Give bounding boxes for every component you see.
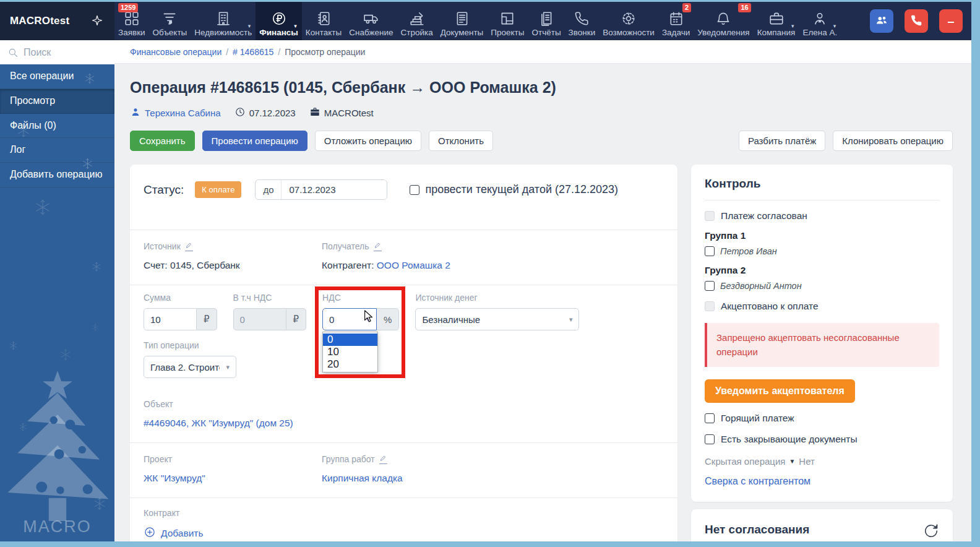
topnav-item-documents[interactable]: Документы [437, 2, 488, 40]
topnav-item-requests[interactable]: 1259Заявки [114, 2, 149, 40]
amount-input[interactable] [144, 308, 197, 330]
edit-pencil-icon[interactable] [185, 242, 193, 251]
edit-pencil-icon[interactable] [374, 242, 382, 251]
actions-row: Сохранить Провести операцию Отложить опе… [130, 131, 953, 151]
add-contract-button[interactable]: Добавить [144, 526, 664, 541]
topnav-item-construction[interactable]: Стройка [397, 2, 437, 40]
topnav-label: Недвижимость [194, 28, 252, 37]
vat-option-10[interactable]: 10 [323, 346, 377, 358]
clone-operation-button[interactable]: Клонировать операцию [833, 131, 953, 151]
operation-date: 07.12.2023 [249, 108, 296, 118]
hidden-operation-row: Скрытая операция ▼ Нет [705, 456, 939, 467]
notify-acceptor-button[interactable]: Уведомить акцептователя [705, 379, 855, 403]
topnav-label: Снабжение [349, 28, 393, 37]
chevron-down-icon: ▾ [226, 363, 230, 371]
project-label: Проект [144, 454, 322, 464]
vat-option-20[interactable]: 20 [323, 358, 377, 371]
breadcrumb-link-operation-id[interactable]: # 1468615 [233, 47, 273, 57]
receiver-prefix: Контрагент: [322, 260, 374, 270]
accepted-row[interactable]: Акцептовано к оплате [705, 301, 939, 312]
topnav-item-notifications[interactable]: 16Уведомления [694, 2, 753, 40]
reconciliation-link[interactable]: Сверка с контрагентом [705, 476, 810, 487]
sidebar-search [0, 40, 114, 64]
operation-type-value: Глава 2. Строите [150, 362, 220, 373]
due-date-prefix: до [256, 180, 282, 199]
topnav-item-company[interactable]: ▾Компания [754, 2, 799, 40]
vat-select[interactable]: 0 ▾ [322, 308, 377, 330]
chevron-down-icon: ▾ [294, 23, 297, 29]
snowflake-icon [59, 348, 72, 361]
topnav-item-contacts[interactable]: Контакты [302, 2, 345, 40]
snowflake-icon [92, 262, 101, 272]
chevron-down-icon: ▾ [248, 23, 251, 29]
project-link[interactable]: ЖК "Изумруд" [144, 473, 205, 483]
vat-label: НДС [322, 293, 399, 303]
refresh-icon[interactable] [923, 523, 939, 539]
money-source-label: Источник денег [415, 293, 579, 303]
hot-payment-row[interactable]: Горящий платеж [705, 413, 939, 424]
topnav-item-realty[interactable]: ▾Недвижимость [191, 2, 256, 40]
sidebar-header: MACROtest [0, 2, 114, 40]
sidebar-item-files[interactable]: Файлы (0) [0, 114, 114, 139]
object-link[interactable]: #4469046, ЖК "Изумруд" (дом 25) [144, 418, 293, 428]
decline-button[interactable]: Отклонить [429, 131, 493, 151]
topnav-item-calls[interactable]: Звонки [565, 2, 600, 40]
topnav-item-objects[interactable]: Объекты [149, 2, 191, 40]
payment-agreed-checkbox[interactable] [705, 211, 715, 221]
postpone-operation-button[interactable]: Отложить операцию [315, 131, 421, 151]
sidebar-item-all-operations[interactable]: Все операции [0, 64, 114, 89]
operation-card: Статус: К оплате до провести текущей дат… [130, 165, 677, 541]
group2-member-row[interactable]: Бездворный Антон [705, 281, 939, 291]
breadcrumb-separator: / [226, 47, 228, 57]
control-panel: Контроль Платеж согласован Группа 1 Петр… [691, 165, 953, 502]
vat-option-0[interactable]: 0 [323, 334, 377, 346]
topnav-item-opportunities[interactable]: Возможности [599, 2, 658, 40]
conduct-operation-button[interactable]: Провести операцию [202, 131, 307, 151]
group1-member-checkbox[interactable] [705, 246, 715, 256]
topnav-item-finance[interactable]: ▾Финансы [256, 2, 302, 40]
group2-member-checkbox[interactable] [705, 281, 715, 291]
closing-docs-checkbox[interactable] [705, 434, 715, 444]
chevron-down-icon[interactable]: ▼ [789, 458, 795, 465]
work-group-link[interactable]: Кирпичная кладка [322, 473, 403, 483]
topnav-item-projects[interactable]: Проекты [487, 2, 528, 40]
user-icon [812, 11, 828, 27]
sidebar: MACROtest Все операцииПросмотрФайлы (0)Л… [0, 2, 114, 541]
notification-badge: 16 [738, 3, 750, 12]
breadcrumb-link-finance-operations[interactable]: Финансовые операции [130, 47, 221, 57]
counterparty-link[interactable]: ООО Ромашка 2 [377, 260, 450, 270]
pin-icon[interactable] [91, 14, 105, 28]
money-source-select[interactable]: Безналичные ▾ [415, 308, 579, 330]
topnav-item-reports[interactable]: Отчёты [528, 2, 564, 40]
chevron-down-icon: ▾ [833, 23, 836, 29]
sidebar-item-log[interactable]: Лог [0, 138, 114, 163]
split-payment-button[interactable]: Разбить платёж [739, 131, 825, 151]
topnav-item-tasks[interactable]: 2Задачи [658, 2, 694, 40]
edit-pencil-icon[interactable] [379, 455, 387, 464]
hot-payment-checkbox[interactable] [705, 413, 715, 423]
topnav-label: Финансы [259, 28, 298, 37]
contacts-quick-button[interactable] [870, 9, 893, 33]
payment-agreed-row[interactable]: Платеж согласован [705, 210, 939, 222]
topnav-item-user[interactable]: ▾Елена А. [799, 2, 841, 40]
search-input[interactable] [24, 47, 114, 58]
money-source-field: Источник денег Безналичные ▾ [415, 293, 579, 330]
snowflake-icon [34, 199, 51, 216]
closing-docs-row[interactable]: Есть закрывающие документы [705, 434, 939, 445]
status-badge[interactable]: К оплате [195, 181, 241, 198]
call-button[interactable] [905, 9, 928, 33]
minimize-call-button[interactable]: – [939, 9, 963, 33]
group1-member-row[interactable]: Петров Иван [705, 246, 939, 256]
accepted-label: Акцептовано к оплате [721, 301, 819, 312]
group2-title: Группа 2 [705, 265, 939, 276]
operation-type-select[interactable]: Глава 2. Строите ▾ [144, 356, 236, 378]
accepted-checkbox[interactable] [705, 301, 715, 311]
current-date-checkbox[interactable] [410, 185, 419, 195]
topnav-item-supply[interactable]: Снабжение [345, 2, 397, 40]
due-date-input[interactable] [282, 180, 387, 199]
sidebar-item-view[interactable]: Просмотр [0, 89, 114, 114]
current-date-checkbox-row[interactable]: провести текущей датой (27.12.2023) [410, 183, 618, 196]
save-button[interactable]: Сохранить [130, 131, 195, 151]
sidebar-item-add-operation[interactable]: Добавить операцию [0, 163, 114, 187]
author-link[interactable]: Терехина Сабина [145, 108, 221, 118]
